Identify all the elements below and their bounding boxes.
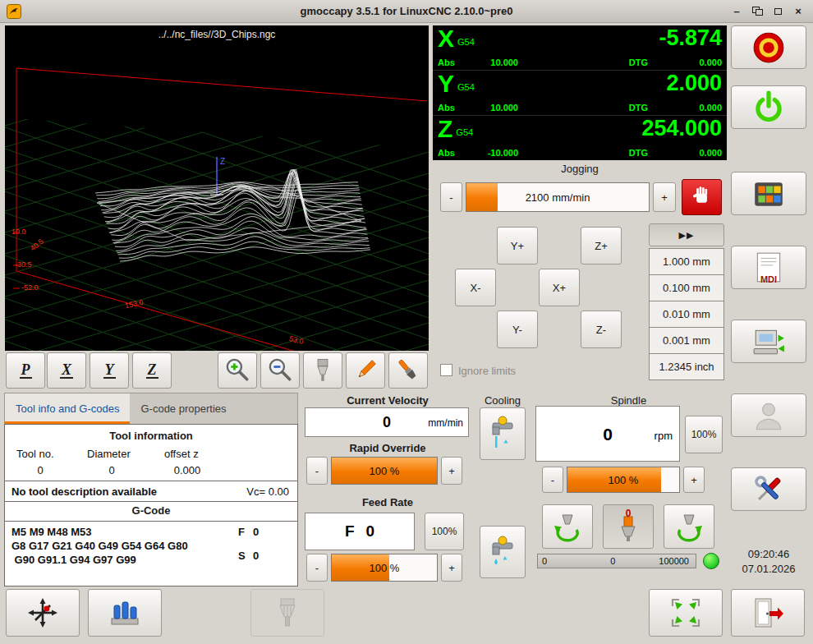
restore-button[interactable] <box>751 5 764 18</box>
spindle-override-slider[interactable]: 100 % <box>567 467 680 493</box>
dro-axis-x[interactable]: X G54 -5.874 Abs 10.000 DTG 0.000 <box>433 25 727 71</box>
ignore-limits-label: Ignore limits <box>458 365 516 377</box>
bar-min: 0 <box>542 556 547 566</box>
power-icon <box>751 90 786 125</box>
axis-letter: Y <box>438 72 454 95</box>
flood-button[interactable] <box>480 526 526 578</box>
tab-tool-info[interactable]: Tool info and G-codes <box>5 393 130 424</box>
clock-time: 09:20:46 <box>729 548 808 560</box>
view-y-button[interactable]: Y <box>90 352 129 389</box>
tab-gcode-properties[interactable]: G-code properties <box>130 393 237 424</box>
feed-value: 0 <box>366 522 375 540</box>
spindle-right-button[interactable] <box>664 504 714 549</box>
spindle-minus-button[interactable]: - <box>542 467 563 493</box>
exit-button[interactable] <box>731 589 805 637</box>
rapid-override-title: Rapid Override <box>301 442 474 454</box>
machine-button[interactable] <box>731 320 806 363</box>
spindle-reset-button[interactable]: 100% <box>685 416 723 453</box>
axis-tick: 10.0 <box>11 228 26 236</box>
view-z-button[interactable]: Z <box>132 352 172 389</box>
feed-minus-button[interactable]: - <box>306 554 328 582</box>
jog-x-plus-button[interactable]: X+ <box>539 269 580 306</box>
ignore-limits-checkbox[interactable] <box>440 364 452 376</box>
maximize-button[interactable] <box>771 5 784 18</box>
jog-z-plus-button[interactable]: Z+ <box>581 227 622 264</box>
jog-x-minus-button[interactable]: X- <box>455 269 496 306</box>
rapid-override-slider[interactable]: 100 % <box>331 457 438 485</box>
active-gcodes-2: G90 G91.1 G94 G97 G99 <box>11 554 136 566</box>
dimensions-button[interactable] <box>346 352 385 389</box>
clear-plot-button[interactable] <box>388 352 428 389</box>
feed-reset-button[interactable]: 100% <box>425 513 464 550</box>
jog-speed-minus-button[interactable]: - <box>440 182 462 212</box>
rapid-plus-button[interactable]: + <box>441 457 462 485</box>
val-offset-z: 0.000 <box>161 464 214 476</box>
fullscreen-button[interactable] <box>649 589 723 637</box>
f-value: 0 <box>253 526 259 538</box>
cooling-panel: Cooling <box>476 393 529 586</box>
close-button[interactable]: × <box>792 5 805 18</box>
spindle-rpm-unit: rpm <box>655 430 673 442</box>
spindle-stop-button[interactable]: 0 <box>603 504 654 549</box>
vc-value: Vc= 0.00 <box>246 485 289 498</box>
zoom-out-button[interactable] <box>260 352 300 389</box>
tool-info-panel: Tool info and G-codes G-code properties … <box>4 393 298 586</box>
tool-table-button[interactable] <box>88 589 162 637</box>
view-perspective-button[interactable]: P <box>6 352 45 389</box>
jog-y-minus-button[interactable]: Y- <box>497 310 538 348</box>
preview-filename: ../../nc_files//3D_Chips.ngc <box>5 29 429 40</box>
feed-override-slider[interactable]: 100 % <box>331 554 438 582</box>
jog-y-plus-button[interactable]: Y+ <box>497 227 538 264</box>
tools-icon <box>751 472 786 507</box>
estop-button[interactable] <box>731 25 806 69</box>
settings-button[interactable] <box>731 467 806 511</box>
flood-icon <box>485 533 521 571</box>
titlebar[interactable]: gmoccapy 3.5.1 for LinuxCNC 2.10.0~pre0 … <box>0 0 813 23</box>
spindle-ccw-icon <box>551 510 584 543</box>
spindle-left-button[interactable] <box>542 504 593 549</box>
power-button[interactable] <box>731 85 806 129</box>
jog-continuous-button[interactable]: ▶▶ <box>649 223 724 246</box>
jog-speed-plus-button[interactable]: + <box>653 182 676 212</box>
mdi-button[interactable]: MDI <box>731 246 806 289</box>
feed-display: F 0 <box>305 513 415 550</box>
preview-canvas <box>5 25 429 351</box>
axis-letter: X <box>438 27 454 50</box>
jogging-title: Jogging <box>433 163 727 175</box>
gcode-preview[interactable]: ../../nc_files//3D_Chips.ngc 10.0 40.5 -… <box>5 25 429 351</box>
spindle-chuck-icon <box>271 596 304 629</box>
dro-axis-y[interactable]: Y G54 2.000 Abs 10.000 DTG 0.000 <box>433 71 727 116</box>
tool-view-button[interactable] <box>303 352 342 389</box>
jog-z-minus-button[interactable]: Z- <box>581 310 622 348</box>
minimize-button[interactable]: – <box>730 5 743 18</box>
view-x-button[interactable]: X <box>47 352 86 389</box>
jog-pad-button[interactable] <box>731 172 806 215</box>
col-diameter: Diameter <box>87 448 131 460</box>
increment-inch-button[interactable]: 1.2345 inch <box>649 353 724 380</box>
zoom-in-button[interactable] <box>218 352 257 389</box>
coord-system: G54 <box>457 37 475 47</box>
tool-change-button[interactable] <box>250 589 324 637</box>
feed-plus-button[interactable]: + <box>441 554 462 582</box>
main-button-bar: MDI <box>729 25 808 592</box>
increment-0001mm-button[interactable]: 0.001 mm <box>649 327 724 354</box>
mist-button[interactable] <box>480 407 526 460</box>
rapid-minus-button[interactable]: - <box>306 457 328 485</box>
user-button[interactable] <box>731 393 806 437</box>
active-mcodes: M5 M9 M48 M53 <box>11 526 92 538</box>
touch-off-button[interactable] <box>6 589 80 637</box>
abs-label: Abs <box>438 148 466 158</box>
spindle-at-speed-led <box>703 553 719 569</box>
jog-mode-button[interactable] <box>682 179 722 215</box>
increment-1mm-button[interactable]: 1.000 mm <box>649 248 724 275</box>
tool-info-title: Tool information <box>5 430 297 442</box>
tool-holders-icon <box>108 596 141 629</box>
zoom-in-icon <box>223 356 252 385</box>
dro-axis-z[interactable]: Z G54 254.000 Abs -10.000 DTG 0.000 <box>433 116 727 160</box>
increment-01mm-button[interactable]: 0.100 mm <box>649 274 724 301</box>
jog-speed-slider[interactable]: 2100 mm/min <box>466 182 650 212</box>
window-controls: – × <box>730 5 813 18</box>
machine-icon <box>751 324 786 359</box>
spindle-plus-button[interactable]: + <box>683 467 705 493</box>
increment-001mm-button[interactable]: 0.010 mm <box>649 301 724 328</box>
